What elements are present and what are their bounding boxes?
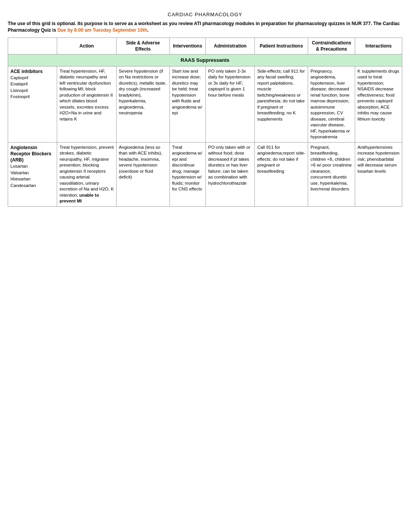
action-cell: Treat hypertension, prevent strokes, dia… <box>57 142 117 206</box>
header-interventions: Interventions <box>169 37 206 54</box>
interventions-cell: Treat angioedema w/ epi and discontinue … <box>169 142 206 206</box>
header-administration: Administration <box>206 37 255 54</box>
contraindications-cell: Pregnant, breastfeeding, children <6, ch… <box>308 142 355 206</box>
action-cell: Treat hypertension, HF, diabetic neuropa… <box>57 66 117 142</box>
interactions-cell: K supplements drugs used to treat hypert… <box>355 66 402 142</box>
intro-suffix: . <box>147 27 148 33</box>
patient-instructions-cell: Side-effects; call 911 for any facial sw… <box>255 66 308 142</box>
intro-highlight: Due by 8:00 am Tuesday September 10th <box>58 27 147 33</box>
patient-instructions-cell: Call 911 for angioedema;report side-effe… <box>255 142 308 206</box>
header-side-effects: Side & Adverse Effects <box>116 37 169 54</box>
header-contraindications: Contraindications & Precautions <box>308 37 355 54</box>
header-interactions: Interactions <box>355 37 402 54</box>
pharmacology-table: Action Side & Adverse Effects Interventi… <box>8 37 402 207</box>
administration-cell: PO only taken with or without food; dose… <box>206 142 255 206</box>
interactions-cell: Antihypertensives increase hypotension r… <box>355 142 402 206</box>
drug-name-cell: Angiotensin Receptor Blockers (ARB)Losar… <box>8 142 57 206</box>
contraindications-cell: Pregnancy, angioedema, hypotension, live… <box>308 66 355 142</box>
drug-name-cell: ACE inhibitorsCaptoprilEnalaprilLisinopr… <box>8 66 57 142</box>
interventions-cell: Start low and increase dose; diuretics m… <box>169 66 206 142</box>
header-action-col: Action <box>57 37 117 54</box>
intro-text: The use of this grid is optional. Its pu… <box>8 20 402 34</box>
side-effects-cell: Angioedema (less so than with ACE inhibs… <box>116 142 169 206</box>
side-effects-cell: Severe hypotension (if on Na restriction… <box>116 66 169 142</box>
raas-section-header: RAAS Suppressants <box>8 54 402 66</box>
page-title: CARDIAC PHARMACOLOGY <box>8 12 402 17</box>
header-patient-instructions: Patient Instructions <box>255 37 308 54</box>
administration-cell: PO only taken 2-3x daily for hypertensio… <box>206 66 255 142</box>
header-action <box>8 37 57 54</box>
table-row: ACE inhibitorsCaptoprilEnalaprilLisinopr… <box>8 66 402 142</box>
table-row: Angiotensin Receptor Blockers (ARB)Losar… <box>8 142 402 206</box>
